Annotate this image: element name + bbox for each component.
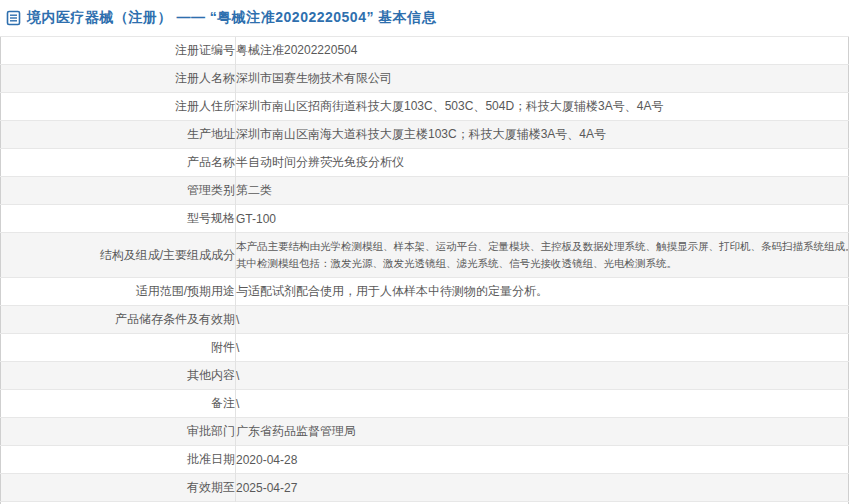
registration-info-page: 境内医疗器械（注册） —— “粤械注准20202220504” 基本信息 注册证… (0, 0, 850, 504)
field-value: \ (236, 390, 849, 418)
table-row: 批准日期 2020-04-28 (1, 446, 849, 474)
field-label: 有效期至 (1, 474, 236, 502)
field-value: 本产品主要结构由光学检测模组、样本架、运动平台、定量模块、主控板及数据处理系统、… (236, 233, 849, 278)
table-row: 注册人名称 深圳市国赛生物技术有限公司 (1, 65, 849, 93)
field-value: 2020-04-28 (236, 446, 849, 474)
field-label: 适用范围/预期用途 (1, 278, 236, 306)
field-label: 注册证编号 (1, 37, 236, 65)
field-label: 注册人名称 (1, 65, 236, 93)
field-label: 批准日期 (1, 446, 236, 474)
field-value: \ (236, 362, 849, 390)
table-row: 管理类别 第二类 (1, 177, 849, 205)
table-row: 附件 \ (1, 334, 849, 362)
table-row: 审批部门 广东省药品监督管理局 (1, 418, 849, 446)
field-label: 附件 (1, 334, 236, 362)
field-value: 第二类 (236, 177, 849, 205)
field-label: 型号规格 (1, 205, 236, 233)
table-row: 注册证编号 粤械注准20202220504 (1, 37, 849, 65)
field-value: 粤械注准20202220504 (236, 37, 849, 65)
field-label: 生产地址 (1, 121, 236, 149)
field-value: 广东省药品监督管理局 (236, 418, 849, 446)
table-row: 备注 \ (1, 390, 849, 418)
field-label: 备注 (1, 390, 236, 418)
field-value: 深圳市南山区招商街道科技大厦103C、503C、504D；科技大厦辅楼3A号、4… (236, 93, 849, 121)
field-value: 半自动时间分辨荧光免疫分析仪 (236, 149, 849, 177)
table-row: 适用范围/预期用途 与适配试剂配合使用，用于人体样本中待测物的定量分析。 (1, 278, 849, 306)
table-row: 注册人住所 深圳市南山区招商街道科技大厦103C、503C、504D；科技大厦辅… (1, 93, 849, 121)
table-row: 型号规格 GT-100 (1, 205, 849, 233)
table-row: 其他内容 \ (1, 362, 849, 390)
field-value: GT-100 (236, 205, 849, 233)
field-label: 审批部门 (1, 418, 236, 446)
field-label: 结构及组成/主要组成成分 (1, 233, 236, 278)
field-label: 产品名称 (1, 149, 236, 177)
table-row: 生产地址 深圳市南山区南海大道科技大厦主楼103C；科技大厦辅楼3A号、4A号 (1, 121, 849, 149)
field-label: 其他内容 (1, 362, 236, 390)
field-label: 注册人住所 (1, 93, 236, 121)
field-label: 产品储存条件及有效期 (1, 306, 236, 334)
field-value: 与适配试剂配合使用，用于人体样本中待测物的定量分析。 (236, 278, 849, 306)
structure-line-2: 其中检测模组包括：激发光源、激发光透镜组、滤光系统、信号光接收透镜组、光电检测系… (236, 255, 848, 272)
field-value: \ (236, 306, 849, 334)
table-row: 产品储存条件及有效期 \ (1, 306, 849, 334)
structure-line-1: 本产品主要结构由光学检测模组、样本架、运动平台、定量模块、主控板及数据处理系统、… (236, 238, 848, 255)
field-value: 2025-04-27 (236, 474, 849, 502)
field-value: 深圳市国赛生物技术有限公司 (236, 65, 849, 93)
field-label: 管理类别 (1, 177, 236, 205)
table-row: 有效期至 2025-04-27 (1, 474, 849, 502)
table-row-structure: 结构及组成/主要组成成分 本产品主要结构由光学检测模组、样本架、运动平台、定量模… (1, 233, 849, 278)
document-list-icon (6, 10, 21, 26)
registration-info-table: 注册证编号 粤械注准20202220504 注册人名称 深圳市国赛生物技术有限公… (0, 36, 849, 504)
field-value: 深圳市南山区南海大道科技大厦主楼103C；科技大厦辅楼3A号、4A号 (236, 121, 849, 149)
field-value: \ (236, 334, 849, 362)
page-header: 境内医疗器械（注册） —— “粤械注准20202220504” 基本信息 (0, 0, 850, 36)
page-title: 境内医疗器械（注册） —— “粤械注准20202220504” 基本信息 (27, 9, 436, 27)
table-row: 产品名称 半自动时间分辨荧光免疫分析仪 (1, 149, 849, 177)
